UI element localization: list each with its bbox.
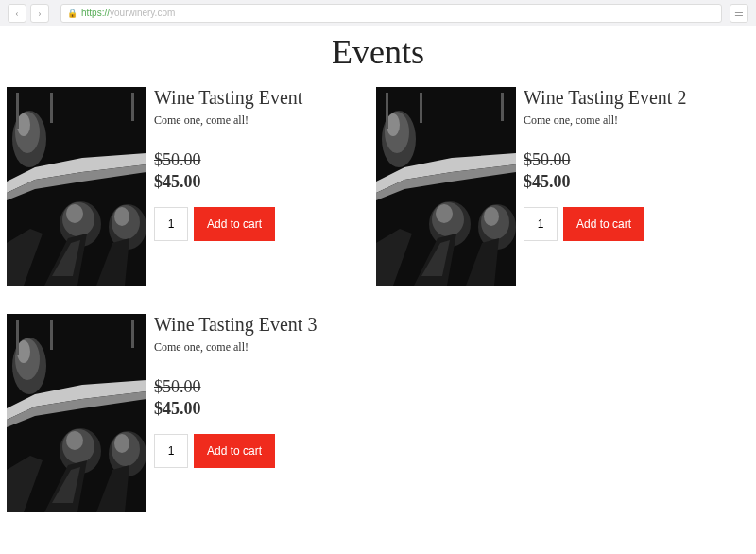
cart-row: Add to cart (154, 434, 362, 468)
browser-toolbar: ‹ › 🔒 https://yourwinery.com ☰ (0, 0, 756, 26)
product-description: Come one, come all! (154, 113, 362, 128)
menu-button[interactable]: ☰ (730, 4, 748, 23)
svg-rect-35 (386, 93, 388, 129)
price-sale: $45.00 (524, 172, 731, 192)
product-card: Wine Tasting Event 3 Come one, come all!… (7, 314, 362, 512)
page-content: Events (0, 26, 756, 522)
product-info: Wine Tasting Event 2 Come one, come all!… (516, 87, 731, 286)
product-title[interactable]: Wine Tasting Event (154, 87, 362, 108)
product-card: Wine Tasting Event Come one, come all! $… (7, 87, 362, 286)
svg-rect-37 (501, 93, 504, 121)
svg-rect-16 (16, 93, 19, 129)
svg-point-11 (114, 207, 129, 226)
product-description: Come one, come all! (524, 113, 731, 128)
add-to-cart-button[interactable]: Add to cart (194, 434, 275, 468)
products-grid: Wine Tasting Event Come one, come all! $… (0, 87, 756, 522)
page-title: Events (0, 32, 756, 72)
svg-point-8 (66, 204, 83, 223)
product-image[interactable] (376, 87, 516, 286)
add-to-cart-button[interactable]: Add to cart (194, 207, 275, 241)
svg-rect-18 (131, 93, 134, 121)
svg-point-27 (436, 204, 453, 223)
svg-point-46 (66, 431, 83, 450)
svg-rect-55 (50, 320, 53, 350)
cart-row: Add to cart (154, 207, 362, 241)
svg-rect-36 (420, 93, 422, 123)
url-scheme: https:// (81, 8, 110, 18)
product-card: Wine Tasting Event 2 Come one, come all!… (376, 87, 731, 286)
product-description: Come one, come all! (154, 340, 362, 355)
product-image[interactable] (7, 314, 146, 512)
cart-row: Add to cart (524, 207, 731, 241)
svg-rect-17 (50, 93, 53, 123)
add-to-cart-button[interactable]: Add to cart (563, 207, 644, 241)
product-image[interactable] (7, 87, 146, 286)
price-original: $50.00 (154, 150, 362, 170)
product-title[interactable]: Wine Tasting Event 3 (154, 314, 362, 335)
svg-rect-54 (16, 320, 19, 355)
svg-rect-56 (131, 320, 134, 348)
svg-point-30 (484, 207, 499, 226)
price-original: $50.00 (154, 377, 362, 397)
quantity-input[interactable] (524, 207, 558, 241)
product-info: Wine Tasting Event 3 Come one, come all!… (146, 314, 362, 512)
svg-point-5 (17, 113, 30, 136)
url-bar[interactable]: 🔒 https://yourwinery.com (60, 4, 722, 23)
price-original: $50.00 (524, 150, 731, 170)
product-title[interactable]: Wine Tasting Event 2 (524, 87, 731, 108)
url-host: yourwinery.com (110, 8, 175, 18)
forward-button[interactable]: › (30, 4, 49, 23)
svg-point-24 (387, 113, 400, 136)
product-info: Wine Tasting Event Come one, come all! $… (146, 87, 362, 286)
price-sale: $45.00 (154, 172, 362, 192)
svg-point-43 (17, 340, 30, 363)
price-sale: $45.00 (154, 399, 362, 419)
quantity-input[interactable] (154, 434, 188, 468)
back-button[interactable]: ‹ (8, 4, 26, 23)
quantity-input[interactable] (154, 207, 188, 241)
svg-point-49 (114, 434, 129, 453)
lock-icon: 🔒 (67, 9, 77, 18)
